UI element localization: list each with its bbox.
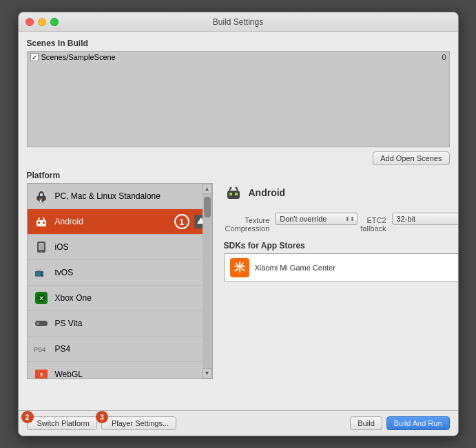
psvita-platform-name: PS Vita: [55, 319, 207, 328]
cloud-build-link-row: Learn about Unity Cloud Build: [224, 285, 459, 295]
svg-text:PS4: PS4: [34, 346, 45, 353]
svg-text:🐧: 🐧: [38, 197, 45, 204]
android-settings-title: Android: [249, 187, 286, 198]
svg-point-14: [41, 250, 42, 252]
pc-platform-name: PC, Mac & Linux Standalone: [55, 191, 207, 201]
psvita-platform-icon: [33, 315, 50, 332]
svg-point-2: [40, 193, 43, 196]
bottom-right-buttons: Build Build And Run: [350, 416, 449, 430]
platform-section-label: Platform: [27, 171, 450, 180]
android-settings-panel: Android Texture Compression Don't overri…: [213, 183, 459, 403]
svg-point-29: [229, 187, 231, 189]
texture-compression-dropdown-wrapper[interactable]: Don't override: [275, 213, 358, 225]
texture-compression-control: Don't override: [273, 211, 359, 226]
scrollbar-thumb[interactable]: [204, 197, 211, 217]
svg-text:📺: 📺: [34, 268, 44, 277]
tvos-platform-icon: 📺: [33, 264, 50, 281]
sdk-item-xiaomi: 米 Xiaomi Mi Game Center Add: [224, 253, 459, 282]
svg-point-10: [43, 217, 44, 219]
close-button[interactable]: [25, 18, 34, 26]
mi-icon: 米: [230, 258, 249, 277]
xbox-platform-icon: ✕: [33, 290, 50, 306]
texture-compression-label: Texture Compression: [224, 211, 274, 238]
bottom-bar: 2 Switch Platform 3 Player Settings... B…: [19, 410, 458, 436]
platform-item-xbox[interactable]: ✕ Xbox One: [28, 286, 212, 311]
android-icon: [33, 213, 50, 230]
scenes-list: ✓ Scenes/SampleScene 0: [27, 51, 450, 147]
platform-item-ps4[interactable]: PS4 PS4: [28, 337, 212, 362]
platform-list-scrollbar[interactable]: ▲ ▼: [203, 184, 212, 378]
svg-rect-5: [38, 222, 40, 224]
switch-platform-wrapper: 2 Switch Platform: [27, 416, 97, 430]
window-title: Build Settings: [213, 17, 263, 27]
scene-checkbox[interactable]: ✓: [30, 53, 39, 61]
scenes-section-label: Scenes In Build: [27, 39, 450, 48]
android-settings-table: Texture Compression Don't override ETC: [224, 211, 459, 238]
switch-platform-button[interactable]: Switch Platform: [27, 416, 97, 430]
etc2-fallback-dropdown[interactable]: 32-bit: [392, 213, 459, 225]
add-open-scenes-button[interactable]: Add Open Scenes: [373, 151, 449, 165]
svg-text:5: 5: [39, 372, 43, 378]
ps4-platform-icon: PS4: [33, 341, 50, 357]
svg-rect-13: [39, 243, 44, 250]
scroll-up-arrow[interactable]: ▲: [203, 184, 212, 194]
platform-panel: Platform 🐧: [27, 171, 450, 403]
webgl-platform-name: WebGL: [55, 370, 207, 379]
minimize-button[interactable]: [38, 18, 46, 26]
pc-icon: 🐧: [33, 188, 50, 204]
platform-item-pc[interactable]: 🐧 PC, Mac & Linux Standalone: [28, 184, 212, 209]
svg-point-9: [39, 217, 40, 219]
webgl-platform-icon: 5: [33, 366, 50, 379]
platform-section: 🐧 PC, Mac & Linux Standalone: [27, 183, 450, 403]
platform-item-webgl[interactable]: 5 WebGL: [28, 362, 212, 379]
titlebar: Build Settings: [19, 12, 458, 32]
build-settings-window: Build Settings Scenes In Build ✓ Scenes/…: [18, 12, 459, 436]
bottom-left-buttons: 2 Switch Platform 3 Player Settings...: [27, 416, 177, 430]
build-button[interactable]: Build: [350, 416, 382, 430]
sdk-name: Xiaomi Mi Game Center: [255, 264, 459, 272]
main-content: Scenes In Build ✓ Scenes/SampleScene 0 A…: [19, 32, 458, 410]
platform-list: 🐧 PC, Mac & Linux Standalone: [27, 183, 213, 379]
player-badge: 3: [96, 411, 108, 423]
ios-platform-icon: [33, 239, 50, 255]
etc2-fallback-control: 32-bit: [391, 211, 459, 226]
scroll-down-arrow[interactable]: ▼: [203, 368, 212, 378]
build-and-run-button[interactable]: Build And Run: [386, 416, 450, 430]
android-header: Android: [224, 183, 459, 202]
svg-rect-24: [227, 191, 240, 199]
etc2-dropdown-wrapper[interactable]: 32-bit: [392, 213, 459, 225]
platform-item-psvita[interactable]: PS Vita: [28, 311, 212, 337]
ios-platform-name: iOS: [55, 242, 207, 252]
player-settings-wrapper: 3 Player Settings...: [101, 416, 176, 430]
player-settings-button[interactable]: Player Settings...: [101, 416, 176, 430]
android-settings-icon: [224, 183, 243, 202]
tvos-platform-name: tvOS: [55, 268, 207, 277]
android-badge: 1: [174, 214, 189, 229]
window-controls: [25, 18, 59, 26]
texture-compression-dropdown[interactable]: Don't override: [275, 213, 358, 225]
switch-badge: 2: [21, 411, 34, 423]
maximize-button[interactable]: [50, 18, 59, 26]
add-scenes-row: Add Open Scenes: [27, 151, 450, 165]
svg-point-20: [37, 322, 39, 325]
svg-rect-25: [229, 193, 232, 195]
svg-point-30: [235, 187, 237, 189]
platform-list-panel: 🐧 PC, Mac & Linux Standalone: [27, 183, 213, 403]
platform-item-android[interactable]: Android 1: [28, 209, 212, 235]
scene-row: ✓ Scenes/SampleScene: [28, 52, 449, 63]
sdks-label: SDKs for App Stores: [224, 241, 459, 250]
scene-path: Scenes/SampleScene: [41, 53, 116, 61]
xbox-platform-name: Xbox One: [55, 293, 207, 303]
sdks-section: SDKs for App Stores 米 Xiaomi Mi Game Cen…: [224, 241, 459, 295]
svg-text:✕: ✕: [39, 295, 44, 302]
platform-item-ios[interactable]: iOS: [28, 235, 212, 260]
scene-number: 0: [442, 53, 446, 61]
svg-rect-26: [235, 193, 238, 195]
svg-rect-6: [43, 222, 45, 224]
ps4-platform-name: PS4: [55, 344, 207, 354]
platform-item-tvos[interactable]: 📺 tvOS: [28, 260, 212, 286]
etc2-fallback-label: ETC2 fallback: [359, 211, 390, 238]
